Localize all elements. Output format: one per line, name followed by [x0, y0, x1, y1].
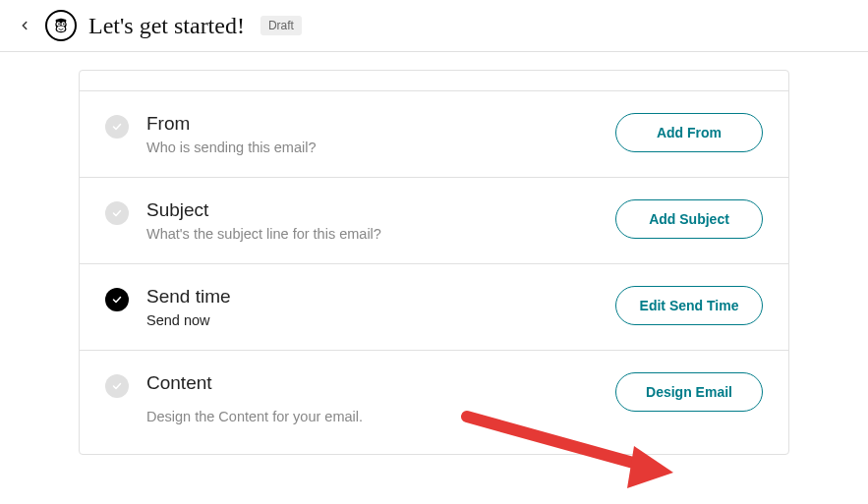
add-from-button[interactable]: Add From: [615, 113, 763, 152]
monkey-icon: [48, 13, 74, 38]
svg-point-5: [57, 26, 65, 31]
status-icon-incomplete: [105, 115, 129, 139]
status-icon-complete: [105, 288, 129, 311]
sendtime-title: Send time: [146, 286, 598, 308]
subject-desc: What's the subject line for this email?: [146, 226, 598, 242]
section-from: From Who is sending this email? Add From: [80, 91, 788, 178]
section-subject: Subject What's the subject line for this…: [80, 178, 788, 264]
check-icon: [111, 294, 123, 306]
page-title: Let's get started!: [88, 13, 245, 39]
subject-title: Subject: [146, 199, 598, 221]
status-icon-incomplete: [105, 374, 129, 398]
main-container: From Who is sending this email? Add From…: [0, 70, 868, 455]
content-title: Content: [146, 372, 598, 394]
setup-card: From Who is sending this email? Add From…: [79, 70, 789, 455]
status-icon-incomplete: [105, 201, 129, 225]
page-header: Let's get started! Draft: [0, 0, 868, 52]
back-button[interactable]: [16, 17, 33, 34]
chevron-left-icon: [18, 19, 31, 32]
check-icon: [111, 121, 123, 133]
add-subject-button[interactable]: Add Subject: [615, 199, 763, 239]
from-title: From: [146, 113, 598, 135]
section-text: Subject What's the subject line for this…: [146, 199, 598, 242]
edit-sendtime-button[interactable]: Edit Send Time: [615, 286, 763, 325]
from-desc: Who is sending this email?: [146, 140, 598, 155]
design-email-button[interactable]: Design Email: [615, 372, 763, 412]
section-sendtime: Send time Send now Edit Send Time: [80, 264, 788, 351]
section-top-spacer: [80, 71, 788, 91]
section-text: Send time Send now: [146, 286, 598, 328]
sendtime-desc: Send now: [146, 312, 598, 328]
section-text: From Who is sending this email?: [146, 113, 598, 155]
check-icon: [111, 207, 123, 219]
status-badge: Draft: [260, 16, 302, 35]
svg-point-4: [63, 24, 65, 26]
mailchimp-logo: [45, 10, 77, 41]
content-desc: Design the Content for your email.: [146, 409, 598, 424]
check-icon: [111, 380, 123, 392]
section-text: Content Design the Content for your emai…: [146, 372, 598, 424]
svg-point-3: [58, 24, 60, 26]
section-content: Content Design the Content for your emai…: [80, 351, 788, 454]
